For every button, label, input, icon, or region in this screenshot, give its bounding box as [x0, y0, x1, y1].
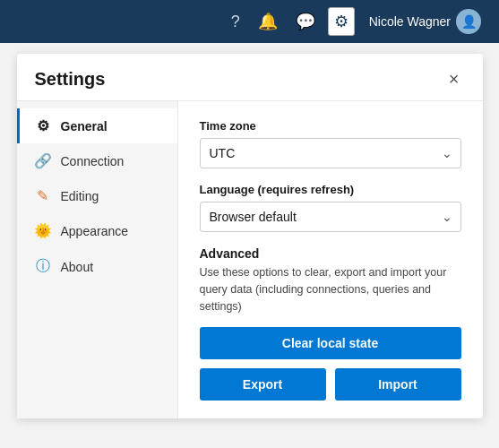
- avatar: 👤: [456, 9, 481, 34]
- notification-icon[interactable]: 🔔: [253, 8, 283, 35]
- settings-icon[interactable]: ⚙: [328, 7, 355, 36]
- sidebar-item-general[interactable]: ⚙ General: [17, 108, 177, 143]
- clear-local-state-button[interactable]: Clear local state: [200, 327, 461, 359]
- sidebar-label-connection: Connection: [61, 154, 125, 168]
- timezone-field: UTC America/New_York America/Los_Angeles…: [200, 138, 461, 168]
- general-icon: ⚙: [34, 117, 52, 134]
- sidebar-item-connection[interactable]: 🔗 Connection: [17, 143, 177, 178]
- settings-title: Settings: [35, 69, 106, 90]
- appearance-icon: 🌞: [34, 222, 52, 239]
- settings-panel: Settings × ⚙ General 🔗 Connection ✎ Edit…: [17, 54, 483, 418]
- topbar: ? 🔔 💬 ⚙ Nicole Wagner 👤: [0, 0, 499, 43]
- export-button[interactable]: Export: [200, 368, 326, 401]
- chat-icon[interactable]: 💬: [290, 8, 321, 35]
- sidebar-label-about: About: [61, 260, 94, 274]
- close-button[interactable]: ×: [443, 68, 465, 90]
- help-icon[interactable]: ?: [226, 9, 245, 35]
- settings-content: Time zone UTC America/New_York America/L…: [178, 101, 483, 418]
- sidebar-label-editing: Editing: [61, 189, 99, 203]
- sidebar-item-editing[interactable]: ✎ Editing: [17, 178, 177, 213]
- language-select[interactable]: Browser default English Français Deutsch…: [200, 202, 461, 232]
- user-menu[interactable]: Nicole Wagner 👤: [362, 5, 488, 38]
- advanced-title: Advanced: [200, 246, 461, 261]
- sidebar-item-about[interactable]: ⓘ About: [17, 248, 177, 285]
- sidebar-label-appearance: Appearance: [61, 224, 129, 238]
- settings-header: Settings ×: [17, 54, 483, 101]
- export-import-row: Export Import: [200, 368, 461, 401]
- about-icon: ⓘ: [34, 257, 52, 276]
- connection-icon: 🔗: [34, 152, 52, 169]
- settings-sidebar: ⚙ General 🔗 Connection ✎ Editing 🌞 Appea…: [17, 101, 178, 418]
- sidebar-item-appearance[interactable]: 🌞 Appearance: [17, 213, 177, 248]
- language-field: Browser default English Français Deutsch…: [200, 202, 461, 232]
- user-name: Nicole Wagner: [369, 14, 451, 29]
- timezone-select[interactable]: UTC America/New_York America/Los_Angeles…: [200, 138, 461, 168]
- sidebar-label-general: General: [61, 119, 108, 134]
- timezone-label: Time zone: [200, 119, 461, 133]
- advanced-description: Use these options to clear, export and i…: [200, 264, 461, 314]
- import-button[interactable]: Import: [335, 368, 461, 401]
- language-label: Language (requires refresh): [200, 183, 461, 196]
- editing-icon: ✎: [34, 187, 52, 204]
- settings-body: ⚙ General 🔗 Connection ✎ Editing 🌞 Appea…: [17, 101, 483, 418]
